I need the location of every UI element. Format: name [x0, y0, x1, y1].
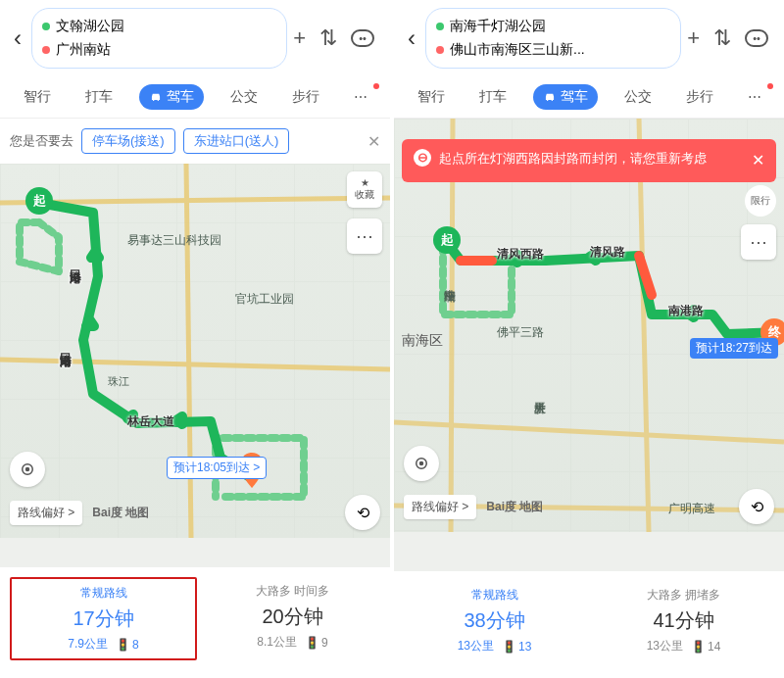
route-cards: 常规路线 38分钟 13公里🚦13 大路多 拥堵多 41分钟 13公里🚦14: [394, 571, 784, 678]
route-preference-button[interactable]: 路线偏好 >: [404, 495, 476, 519]
route-preference-button[interactable]: 路线偏好 >: [10, 501, 82, 525]
tab-bus[interactable]: 公交: [222, 84, 266, 110]
tab-taxi[interactable]: 打车: [77, 84, 121, 110]
map-more-button[interactable]: ⋯: [347, 218, 382, 254]
top-bar: ‹ 南海千灯湖公园 佛山市南海区三山新... + ⇅ ••: [394, 0, 784, 76]
area-label: 南海区: [402, 332, 443, 350]
suggest-close-icon[interactable]: ✕: [368, 132, 380, 151]
add-icon[interactable]: +: [687, 25, 700, 51]
favorite-button[interactable]: ★收藏: [347, 171, 382, 208]
tab-taxi[interactable]: 打车: [471, 84, 514, 110]
destination-dot-icon: [436, 46, 444, 54]
alert-close-icon[interactable]: ✕: [752, 149, 764, 172]
map-logo: Bai度 地图: [486, 499, 543, 515]
traffic-light-icon: 🚦13: [502, 638, 531, 654]
poi-label: 珠江: [108, 374, 129, 389]
tab-more[interactable]: ⋯: [346, 85, 375, 109]
restriction-button[interactable]: 限行: [745, 185, 776, 217]
tab-walk[interactable]: 步行: [678, 84, 721, 110]
route-cards: 常规路线 17分钟 7.9公里🚦8 大路多 时间多 20分钟 8.1公里🚦9: [0, 567, 390, 678]
road-label: 清风西路: [497, 246, 544, 263]
car-icon: [543, 90, 557, 104]
back-button[interactable]: ‹: [10, 24, 25, 52]
mode-tabs: 智行 打车 驾车 公交 步行 ⋯: [394, 76, 784, 119]
traffic-light-icon: 🚦8: [116, 636, 139, 653]
tab-drive[interactable]: 驾车: [139, 84, 204, 110]
no-entry-icon: ⊖: [414, 149, 431, 167]
tab-smart[interactable]: 智行: [16, 84, 59, 110]
traffic-light-icon: 🚦14: [691, 638, 720, 654]
tab-smart[interactable]: 智行: [410, 84, 453, 110]
svg-point-2: [26, 468, 29, 471]
alert-text: 起点所在灯湖西路因封路而封闭，请您重新考虑: [439, 149, 707, 169]
refresh-button[interactable]: ⟲: [739, 489, 774, 524]
tab-walk[interactable]: 步行: [284, 84, 327, 110]
destination-text: 广州南站: [56, 41, 111, 59]
refresh-button[interactable]: ⟲: [345, 495, 380, 530]
route-option-1[interactable]: 常规路线 17分钟 7.9公里🚦8: [10, 577, 197, 660]
suggest-label: 您是否要去: [10, 132, 74, 150]
swap-icon[interactable]: ⇅: [713, 25, 731, 51]
road-closure-alert: ⊖ 起点所在灯湖西路因封路而封闭，请您重新考虑 ✕: [402, 139, 776, 182]
route-option-2[interactable]: 大路多 拥堵多 41分钟 13公里🚦14: [589, 581, 778, 660]
start-marker: 起: [433, 226, 461, 254]
route-option-1[interactable]: 常规路线 38分钟 13公里🚦13: [400, 581, 589, 660]
origin-text: 南海千灯湖公园: [450, 18, 546, 35]
destination-text: 佛山市南海区三山新...: [450, 41, 585, 59]
tab-drive[interactable]: 驾车: [533, 84, 598, 110]
destination-dot-icon: [42, 46, 50, 54]
left-panel: ‹ 文翰湖公园 广州南站 + ⇅ •• 智行 打车 驾车 公交 步行 ⋯ 您是否…: [0, 0, 390, 678]
start-marker: 起: [25, 187, 53, 215]
map-canvas[interactable]: 起 港口路 港口南路 林岳大道 易事达三山科技园 官坑工业园 珠江 ★收藏 ⋯ …: [0, 164, 390, 538]
voice-icon[interactable]: ••: [745, 29, 768, 47]
origin-text: 文翰湖公园: [56, 18, 124, 35]
tab-more[interactable]: ⋯: [740, 85, 769, 109]
route-search-box[interactable]: 文翰湖公园 广州南站: [31, 8, 287, 69]
road-label: 林岳大道: [127, 413, 174, 430]
road-label: 佛平三路: [497, 324, 544, 341]
traffic-light-icon: 🚦9: [305, 634, 328, 651]
suggest-bar: 您是否要去 停车场(接送) 东进站口(送人) ✕: [0, 119, 390, 164]
eta-bubble[interactable]: 预计18:27到达: [690, 338, 778, 359]
origin-dot-icon: [436, 23, 444, 30]
svg-point-4: [420, 462, 423, 465]
suggest-option-east[interactable]: 东进站口(送人): [183, 128, 290, 154]
map-more-button[interactable]: ⋯: [741, 224, 776, 260]
car-icon: [149, 90, 163, 104]
add-icon[interactable]: +: [293, 25, 306, 51]
locate-button[interactable]: [10, 452, 45, 487]
swap-icon[interactable]: ⇅: [319, 25, 337, 51]
back-button[interactable]: ‹: [404, 24, 419, 52]
locate-button[interactable]: [404, 446, 439, 481]
top-bar: ‹ 文翰湖公园 广州南站 + ⇅ ••: [0, 0, 390, 76]
poi-label: 易事达三山科技园: [127, 232, 221, 249]
road-label: 清风路: [590, 244, 625, 261]
mode-tabs: 智行 打车 驾车 公交 步行 ⋯: [0, 76, 390, 119]
road-label: 南港路: [668, 303, 704, 319]
origin-dot-icon: [42, 23, 50, 30]
poi-label: 官坑工业园: [235, 291, 294, 308]
voice-icon[interactable]: ••: [351, 29, 374, 47]
route-search-box[interactable]: 南海千灯湖公园 佛山市南海区三山新...: [425, 8, 681, 69]
right-panel: ‹ 南海千灯湖公园 佛山市南海区三山新... + ⇅ •• 智行 打车 驾车 公…: [394, 0, 784, 678]
tab-bus[interactable]: 公交: [616, 84, 660, 110]
suggest-option-parking[interactable]: 停车场(接送): [81, 128, 175, 154]
map-logo: Bai度 地图: [92, 505, 149, 521]
route-option-2[interactable]: 大路多 时间多 20分钟 8.1公里🚦9: [201, 577, 384, 660]
